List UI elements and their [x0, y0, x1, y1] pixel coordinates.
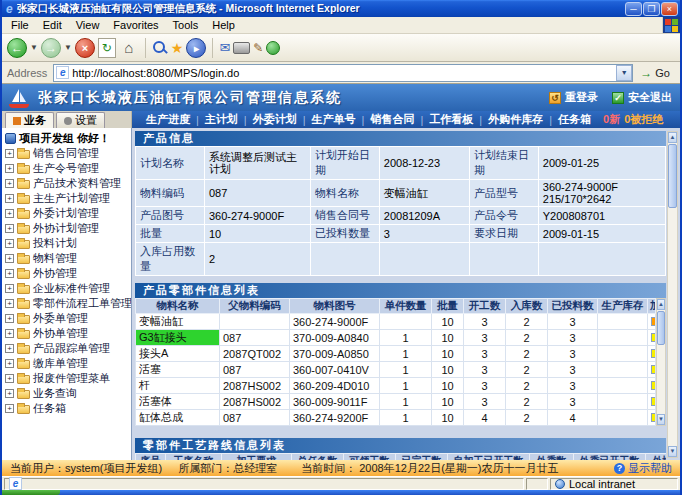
content-scrollbar[interactable]: ▲ ▼: [667, 131, 678, 458]
search-icon[interactable]: [152, 40, 168, 56]
go-button[interactable]: → Go: [633, 66, 677, 80]
sidebar-item[interactable]: +零部件流程工单管理: [5, 296, 131, 311]
stop-icon[interactable]: ×: [75, 38, 95, 58]
nav-item-4[interactable]: 销售合同: [364, 112, 420, 127]
nav-item-3[interactable]: 生产单号: [306, 112, 362, 127]
sidebar-item[interactable]: +主生产计划管理: [5, 191, 131, 206]
sidebar-item[interactable]: +外协单管理: [5, 326, 131, 341]
sidebar-item[interactable]: +产品跟踪单管理: [5, 341, 131, 356]
table-row[interactable]: 缸体总成087360-274-9200F11042419 %: [136, 410, 656, 426]
column-header[interactable]: 自加工已开工数: [448, 454, 530, 460]
start-button[interactable]: [2, 490, 60, 495]
scroll-up-icon[interactable]: ▲: [657, 299, 665, 310]
sidebar-item[interactable]: +任务箱: [5, 401, 131, 416]
menu-edit[interactable]: Edit: [36, 18, 69, 32]
nav-item-2[interactable]: 外委计划: [247, 112, 303, 127]
maximize-button[interactable]: ❐: [643, 2, 660, 16]
forward-dropdown-icon[interactable]: ▼: [64, 43, 72, 52]
column-header[interactable]: 外委已开工数: [574, 454, 646, 460]
badge-new-tasks[interactable]: 0新: [603, 112, 620, 127]
sidebar-item[interactable]: +缴库单管理: [5, 356, 131, 371]
column-header[interactable]: 已投料数: [548, 299, 598, 314]
table-row[interactable]: 活塞087360-007-0410V11032320 %: [136, 362, 656, 378]
column-header[interactable]: 外协数: [646, 454, 667, 460]
relogin-button[interactable]: ↺ 重登录: [549, 90, 598, 105]
sidebar-item[interactable]: +外委计划管理: [5, 206, 131, 221]
close-button[interactable]: ×: [661, 2, 678, 16]
column-header[interactable]: 可领工数: [344, 454, 396, 460]
tree-expander-icon[interactable]: +: [5, 239, 14, 248]
scroll-up-icon[interactable]: ▲: [668, 132, 677, 143]
nav-item-6[interactable]: 外购件库存: [482, 112, 549, 127]
tree-expander-icon[interactable]: +: [5, 284, 14, 293]
table-row[interactable]: 杆2087HS002360-209-4D01011032320 %: [136, 378, 656, 394]
tree-expander-icon[interactable]: +: [5, 269, 14, 278]
sidebar-item[interactable]: +物料管理: [5, 251, 131, 266]
sidebar-item[interactable]: +投料计划: [5, 236, 131, 251]
logout-button[interactable]: ✓ 安全退出: [612, 90, 672, 105]
column-header[interactable]: 开工数: [464, 299, 506, 314]
refresh-icon[interactable]: ↻: [98, 38, 116, 58]
column-header[interactable]: 生产库存: [598, 299, 648, 314]
menu-favorites[interactable]: Favorites: [106, 18, 165, 32]
scroll-thumb[interactable]: [668, 144, 677, 208]
tree-expander-icon[interactable]: +: [5, 194, 14, 203]
menu-tools[interactable]: Tools: [166, 18, 206, 32]
back-dropdown-icon[interactable]: ▼: [30, 43, 38, 52]
column-header[interactable]: 外委数: [530, 454, 574, 460]
table-row[interactable]: G3缸接头087370-009-A084011032320 %: [136, 330, 656, 346]
column-header[interactable]: 加工要求: [222, 454, 292, 460]
column-header[interactable]: 加工进度: [648, 299, 656, 314]
sidebar-item[interactable]: +生产令号管理: [5, 161, 131, 176]
back-icon[interactable]: ←: [7, 38, 27, 58]
sidebar-item[interactable]: +企业标准件管理: [5, 281, 131, 296]
badge-rejected-tasks[interactable]: 0被拒绝: [624, 112, 663, 127]
address-dropdown-icon[interactable]: ▼: [616, 65, 632, 81]
tree-expander-icon[interactable]: +: [5, 209, 14, 218]
sidebar-item[interactable]: +产品技术资料管理: [5, 176, 131, 191]
nav-item-5[interactable]: 工作看板: [423, 112, 479, 127]
column-header[interactable]: 物料名称: [136, 299, 220, 314]
tree-expander-icon[interactable]: +: [5, 149, 14, 158]
menu-file[interactable]: File: [4, 18, 36, 32]
column-header[interactable]: 已完工数: [396, 454, 448, 460]
favorites-icon[interactable]: ★: [171, 40, 184, 56]
table-row[interactable]: 变幅油缸360-274-9000F1032329 %: [136, 314, 656, 330]
column-header[interactable]: 入库数: [506, 299, 548, 314]
tab-business[interactable]: 业务: [5, 112, 54, 128]
tree-expander-icon[interactable]: +: [5, 359, 14, 368]
tab-settings[interactable]: 设置: [56, 112, 105, 128]
nav-item-0[interactable]: 生产进度: [140, 112, 196, 127]
column-header[interactable]: 工序名称: [166, 454, 222, 460]
table-row[interactable]: 接头A2087QT002370-009-A085011032320 %: [136, 346, 656, 362]
tree-expander-icon[interactable]: +: [5, 164, 14, 173]
column-header[interactable]: 总任务数: [292, 454, 344, 460]
menu-help[interactable]: Help: [205, 18, 242, 32]
sidebar-item[interactable]: +外协计划管理: [5, 221, 131, 236]
sidebar-item[interactable]: +报废件管理菜单: [5, 371, 131, 386]
sidebar-item[interactable]: +外委单管理: [5, 311, 131, 326]
column-header[interactable]: 批量: [432, 299, 464, 314]
sidebar-item[interactable]: +销售合同管理: [5, 146, 131, 161]
menu-view[interactable]: View: [69, 18, 107, 32]
messenger-icon[interactable]: [266, 41, 280, 55]
nav-item-1[interactable]: 主计划: [199, 112, 244, 127]
tree-expander-icon[interactable]: +: [5, 344, 14, 353]
tree-expander-icon[interactable]: +: [5, 389, 14, 398]
edit-icon[interactable]: ✎: [253, 41, 263, 55]
scroll-track[interactable]: [657, 310, 665, 414]
print-icon[interactable]: [233, 42, 250, 54]
scroll-down-icon[interactable]: ▼: [657, 414, 665, 425]
scroll-down-icon[interactable]: ▼: [668, 446, 677, 457]
table-row[interactable]: 活塞体2087HS002360-009-9011F11032320 %: [136, 394, 656, 410]
tree-expander-icon[interactable]: +: [5, 404, 14, 413]
minimize-button[interactable]: ─: [625, 2, 642, 16]
column-header[interactable]: 物料图号: [290, 299, 380, 314]
tree-expander-icon[interactable]: +: [5, 329, 14, 338]
tree-expander-icon[interactable]: +: [5, 179, 14, 188]
scroll-thumb[interactable]: [657, 311, 665, 345]
column-header[interactable]: 单件数量: [380, 299, 432, 314]
nav-item-7[interactable]: 任务箱: [552, 112, 597, 127]
home-icon[interactable]: ⌂: [119, 39, 139, 56]
address-input[interactable]: [72, 67, 616, 79]
